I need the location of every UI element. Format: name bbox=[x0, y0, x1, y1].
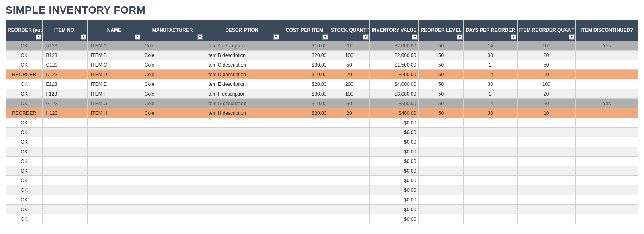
cell-value[interactable]: $0.00 bbox=[369, 147, 419, 157]
cell-desc[interactable]: Item F description bbox=[204, 89, 280, 99]
cell-name[interactable] bbox=[87, 137, 141, 147]
cell-mfr[interactable]: Cole bbox=[141, 60, 204, 70]
cell-itemno[interactable] bbox=[43, 185, 88, 195]
cell-desc[interactable] bbox=[204, 137, 280, 147]
cell-cost[interactable] bbox=[280, 166, 329, 176]
cell-value[interactable]: $400.00 bbox=[369, 108, 419, 118]
cell-cost[interactable] bbox=[280, 195, 329, 205]
cell-stock[interactable]: 100 bbox=[329, 89, 369, 99]
cell-rlevel[interactable]: 50 bbox=[419, 108, 464, 118]
cell-name[interactable] bbox=[87, 166, 141, 176]
cell-value[interactable]: $0.00 bbox=[369, 166, 419, 176]
table-row[interactable]: OK$0.00 bbox=[6, 195, 638, 205]
cell-cost[interactable] bbox=[280, 147, 329, 157]
cell-name[interactable]: ITEM F bbox=[87, 89, 141, 99]
cell-rlevel[interactable] bbox=[419, 166, 464, 176]
cell-rlevel[interactable]: 50 bbox=[419, 60, 464, 70]
cell-rlevel[interactable]: 50 bbox=[419, 89, 464, 99]
cell-cost[interactable] bbox=[280, 176, 329, 185]
cell-status[interactable]: OK bbox=[6, 176, 43, 185]
cell-rqty[interactable]: 100 bbox=[517, 79, 575, 89]
cell-days[interactable]: 30 bbox=[463, 79, 517, 89]
cell-rqty[interactable]: 20 bbox=[517, 51, 575, 60]
cell-cost[interactable] bbox=[280, 137, 329, 147]
cell-rqty[interactable]: 10 bbox=[517, 70, 575, 79]
cell-mfr[interactable] bbox=[141, 128, 204, 137]
cell-name[interactable]: ITEM G bbox=[87, 99, 141, 108]
cell-days[interactable] bbox=[463, 118, 517, 128]
cell-desc[interactable] bbox=[204, 176, 280, 185]
cell-rqty[interactable] bbox=[517, 128, 575, 137]
cell-stock[interactable]: 100 bbox=[329, 51, 369, 60]
cell-desc[interactable]: Item D description bbox=[204, 70, 280, 79]
cell-status[interactable]: OK bbox=[6, 79, 43, 89]
header-rlevel[interactable]: REORDER LEVEL▼ bbox=[419, 20, 464, 41]
cell-rqty[interactable]: 20 bbox=[517, 89, 575, 99]
cell-cost[interactable] bbox=[280, 214, 329, 224]
cell-itemno[interactable] bbox=[43, 118, 88, 128]
cell-rlevel[interactable] bbox=[419, 214, 464, 224]
cell-days[interactable] bbox=[463, 128, 517, 137]
header-disc[interactable]: ITEM DISCONTINUED? bbox=[575, 20, 638, 41]
cell-rqty[interactable] bbox=[517, 176, 575, 185]
cell-rqty[interactable] bbox=[517, 185, 575, 195]
filter-dropdown-icon[interactable]: ▼ bbox=[273, 34, 279, 40]
cell-rqty[interactable] bbox=[517, 166, 575, 176]
table-row[interactable]: OKE123ITEM EColeItem E description$20.00… bbox=[6, 79, 638, 89]
cell-disc[interactable] bbox=[575, 214, 638, 224]
cell-mfr[interactable] bbox=[141, 137, 204, 147]
cell-status[interactable]: OK bbox=[6, 195, 43, 205]
cell-disc[interactable] bbox=[575, 79, 638, 89]
cell-status[interactable]: OK bbox=[6, 128, 43, 137]
cell-days[interactable]: 14 bbox=[463, 99, 517, 108]
cell-stock[interactable]: 200 bbox=[329, 79, 369, 89]
cell-itemno[interactable] bbox=[43, 214, 88, 224]
cell-mfr[interactable] bbox=[141, 157, 204, 166]
cell-desc[interactable]: Item E description bbox=[204, 79, 280, 89]
table-row[interactable]: OK$0.00 bbox=[6, 176, 638, 185]
cell-value[interactable]: $1,500.00 bbox=[369, 60, 419, 70]
cell-itemno[interactable] bbox=[43, 128, 88, 137]
cell-disc[interactable] bbox=[575, 128, 638, 137]
cell-rqty[interactable]: 50 bbox=[517, 99, 575, 108]
cell-desc[interactable] bbox=[204, 128, 280, 137]
table-row[interactable]: OK$0.00 bbox=[6, 118, 638, 128]
cell-itemno[interactable] bbox=[43, 205, 88, 214]
table-row[interactable]: OK$0.00 bbox=[6, 157, 638, 166]
cell-value[interactable]: $0.00 bbox=[369, 214, 419, 224]
cell-itemno[interactable]: G123 bbox=[43, 99, 88, 108]
filter-dropdown-icon[interactable]: ▼ bbox=[322, 34, 328, 40]
cell-value[interactable]: $0.00 bbox=[369, 195, 419, 205]
cell-mfr[interactable] bbox=[141, 205, 204, 214]
cell-days[interactable]: 14 bbox=[463, 70, 517, 79]
cell-cost[interactable]: $10.00 bbox=[280, 41, 329, 51]
cell-status[interactable]: REORDER bbox=[6, 108, 43, 118]
header-reorder[interactable]: REORDER (auto-fill)▼ bbox=[6, 20, 43, 41]
cell-name[interactable] bbox=[87, 205, 141, 214]
cell-cost[interactable]: $30.00 bbox=[280, 60, 329, 70]
cell-itemno[interactable] bbox=[43, 147, 88, 157]
cell-mfr[interactable]: Cole bbox=[141, 79, 204, 89]
cell-rlevel[interactable] bbox=[419, 176, 464, 185]
cell-cost[interactable]: $20.00 bbox=[280, 108, 329, 118]
cell-desc[interactable] bbox=[204, 195, 280, 205]
filter-dropdown-icon[interactable]: ▼ bbox=[569, 34, 575, 40]
cell-days[interactable] bbox=[463, 185, 517, 195]
cell-rlevel[interactable] bbox=[419, 118, 464, 128]
cell-name[interactable]: ITEM B bbox=[87, 51, 141, 60]
cell-days[interactable] bbox=[463, 147, 517, 157]
cell-days[interactable]: 30 bbox=[463, 51, 517, 60]
cell-status[interactable]: OK bbox=[6, 41, 43, 51]
cell-name[interactable] bbox=[87, 118, 141, 128]
cell-itemno[interactable]: F123 bbox=[43, 89, 88, 99]
cell-name[interactable]: ITEM H bbox=[87, 108, 141, 118]
cell-desc[interactable]: Item B description bbox=[204, 51, 280, 60]
cell-name[interactable] bbox=[87, 128, 141, 137]
cell-value[interactable]: $4,000.00 bbox=[369, 79, 419, 89]
cell-desc[interactable] bbox=[204, 185, 280, 195]
cell-status[interactable]: OK bbox=[6, 99, 43, 108]
cell-stock[interactable] bbox=[329, 137, 369, 147]
cell-status[interactable]: OK bbox=[6, 185, 43, 195]
cell-itemno[interactable] bbox=[43, 157, 88, 166]
cell-status[interactable]: REORDER bbox=[6, 70, 43, 79]
